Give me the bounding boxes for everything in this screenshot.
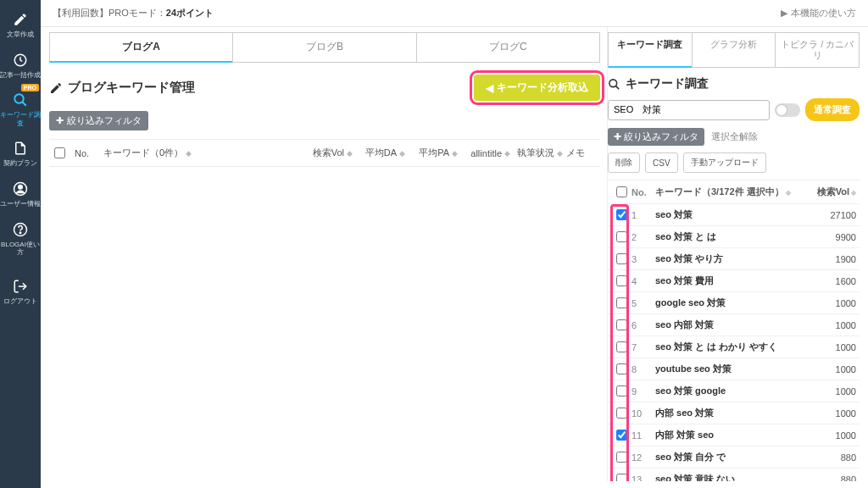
action-btn-1[interactable]: CSV <box>645 152 678 173</box>
row-no: 11 <box>632 430 652 441</box>
row-checkbox[interactable] <box>616 474 627 481</box>
table-row[interactable]: 7seo 対策 と は わかり やすく1000 <box>608 336 860 358</box>
help-icon <box>13 222 28 237</box>
import-button[interactable]: ◀ キーワード分析取込 <box>474 75 600 101</box>
row-checkbox[interactable] <box>616 275 627 286</box>
row-keyword: seo 対策 google <box>652 385 815 397</box>
table-row[interactable]: 3seo 対策 やり方1900 <box>608 248 860 270</box>
logout-icon <box>13 279 28 294</box>
col-keyword[interactable]: キーワード（0件）◆ <box>103 147 300 159</box>
howto-link[interactable]: ▶ 本機能の使い方 <box>781 7 856 19</box>
table-row[interactable]: 2seo 対策 と は9900 <box>608 226 860 248</box>
col-da[interactable]: 平均DA◆ <box>356 147 405 159</box>
row-keyword: seo 対策 と は <box>652 230 815 243</box>
row-vol: 1000 <box>815 386 856 396</box>
right-tabs: キーワード調査グラフ分析トピクラ / カニバリ <box>608 32 860 68</box>
deselect-all-link[interactable]: 選択全解除 <box>711 130 758 143</box>
row-checkbox[interactable] <box>616 408 627 419</box>
row-keyword: youtube seo 対策 <box>652 363 815 375</box>
keyword-search-input[interactable] <box>608 100 770 120</box>
right-title: キーワード調査 <box>626 76 709 92</box>
table-row[interactable]: 1seo 対策27100 <box>608 204 860 226</box>
section-title: ブログキーワード管理 <box>68 80 195 96</box>
sidebar-item-search[interactable]: PROキーワード調査 <box>0 86 41 132</box>
blog-tab-2[interactable]: ブログC <box>416 32 600 63</box>
col-vol[interactable]: 検索Vol◆ <box>303 147 353 159</box>
row-checkbox[interactable] <box>616 363 627 374</box>
table-row[interactable]: 10内部 seo 対策1000 <box>608 402 860 424</box>
row-keyword: google seo 対策 <box>652 297 815 309</box>
col-keyword[interactable]: キーワード（3/172件 選択中）◆ <box>652 186 815 198</box>
right-tab-1[interactable]: グラフ分析 <box>692 32 776 68</box>
sidebar-item-doc[interactable]: 契約プラン <box>0 134 41 173</box>
sidebar-item-logout[interactable]: ログアウト <box>0 272 41 311</box>
right-tab-0[interactable]: キーワード調査 <box>608 32 692 68</box>
topbar: 【利用回数】PROモード：24ポイント ▶ 本機能の使い方 <box>41 0 868 27</box>
right-table: No. キーワード（3/172件 選択中）◆ 検索Vol◆ 1seo 対策271… <box>608 180 860 481</box>
blog-tab-0[interactable]: ブログA <box>49 32 232 63</box>
row-checkbox[interactable] <box>616 452 627 463</box>
doc-icon <box>13 141 28 156</box>
select-all-checkbox[interactable] <box>54 147 65 158</box>
blog-tabs: ブログAブログBブログC <box>49 32 600 63</box>
table-row[interactable]: 6seo 内部 対策1000 <box>608 314 860 336</box>
action-btn-2[interactable]: 手動アップロード <box>683 152 766 173</box>
table-row[interactable]: 9seo 対策 google1000 <box>608 380 860 402</box>
sidebar-item-user[interactable]: ユーザー情報 <box>0 175 41 214</box>
col-allintitle[interactable]: allintitle◆ <box>461 148 510 158</box>
sidebar-item-pencil[interactable]: 文章作成 <box>0 5 41 44</box>
plus-icon: ✚ <box>614 131 621 142</box>
blog-tab-1[interactable]: ブログB <box>232 32 415 63</box>
right-filter-chip[interactable]: ✚ 絞り込みフィルタ <box>608 128 704 146</box>
row-vol: 1000 <box>815 320 856 330</box>
row-keyword: 内部 seo 対策 <box>652 407 815 419</box>
row-no: 2 <box>632 232 652 242</box>
sidebar-item-clock[interactable]: 記事一括作成 <box>0 46 41 85</box>
col-pa[interactable]: 平均PA◆ <box>409 147 458 159</box>
table-row[interactable]: 5google seo 対策1000 <box>608 292 860 314</box>
row-checkbox[interactable] <box>616 385 627 396</box>
row-vol: 1000 <box>815 298 856 308</box>
row-checkbox[interactable] <box>616 430 627 441</box>
table-row[interactable]: 11内部 対策 seo1000 <box>608 424 860 446</box>
search-icon <box>608 78 620 91</box>
sidebar-item-help[interactable]: BLOGAI使い方 <box>0 215 41 262</box>
row-vol: 1000 <box>815 342 856 352</box>
search-button[interactable]: 通常調査 <box>805 98 860 121</box>
row-vol: 9900 <box>815 232 856 242</box>
row-keyword: seo 対策 やり方 <box>652 252 815 265</box>
row-keyword: seo 対策 と は わかり やすく <box>652 341 815 353</box>
table-row[interactable]: 4seo 対策 費用1600 <box>608 270 860 292</box>
table-row[interactable]: 8youtube seo 対策1000 <box>608 358 860 380</box>
col-vol[interactable]: 検索Vol◆ <box>815 186 856 198</box>
col-memo[interactable]: メモ <box>566 147 595 159</box>
sidebar-item-label: 記事一括作成 <box>0 71 41 80</box>
sidebar-item-label: ユーザー情報 <box>0 200 41 208</box>
row-checkbox[interactable] <box>616 319 627 330</box>
row-checkbox[interactable] <box>616 253 627 264</box>
row-no: 3 <box>632 254 652 264</box>
mode-toggle[interactable] <box>775 103 800 117</box>
sidebar-item-label: キーワード調査 <box>0 111 41 127</box>
select-all-right-checkbox[interactable] <box>616 186 627 197</box>
play-icon: ▶ <box>781 8 787 19</box>
row-checkbox[interactable] <box>616 231 627 242</box>
table-row[interactable]: 12seo 対策 自分 で880 <box>608 446 860 469</box>
row-checkbox[interactable] <box>616 297 627 308</box>
row-keyword: seo 対策 意味 ない <box>652 473 815 481</box>
sidebar-item-label: ログアウト <box>3 297 37 306</box>
row-vol: 1000 <box>815 408 856 419</box>
right-tab-2[interactable]: トピクラ / カニバリ <box>775 32 860 68</box>
col-status[interactable]: 執筆状況◆ <box>514 147 563 159</box>
user-icon <box>13 181 28 197</box>
filter-chip[interactable]: ✚ 絞り込みフィルタ <box>49 111 148 130</box>
col-no[interactable]: No. <box>75 148 100 158</box>
right-table-header: No. キーワード（3/172件 選択中）◆ 検索Vol◆ <box>608 180 860 204</box>
row-no: 8 <box>632 364 652 374</box>
row-checkbox[interactable] <box>616 209 627 220</box>
row-checkbox[interactable] <box>616 341 627 352</box>
row-no: 1 <box>632 210 652 220</box>
action-btn-0[interactable]: 削除 <box>608 152 640 173</box>
col-no[interactable]: No. <box>632 187 652 197</box>
table-row[interactable]: 13seo 対策 意味 ない880 <box>608 469 860 481</box>
